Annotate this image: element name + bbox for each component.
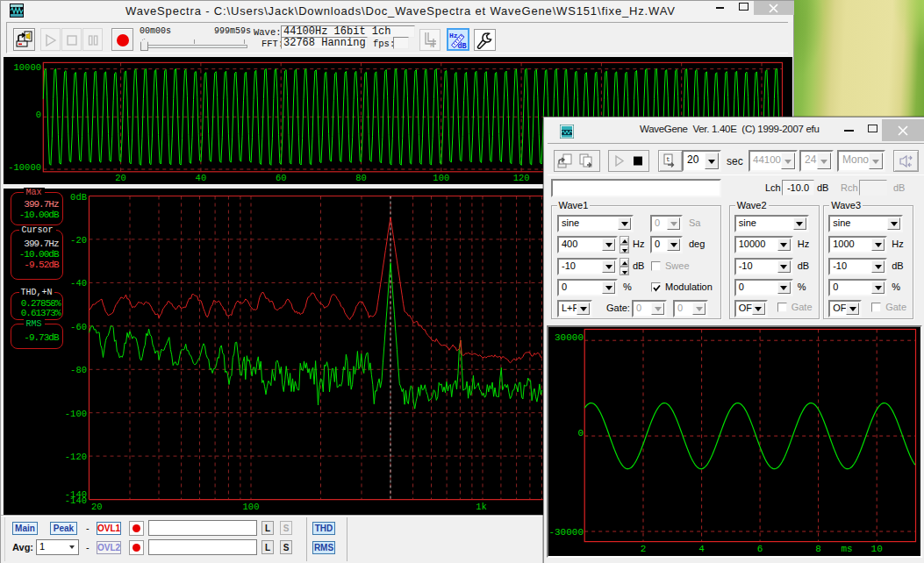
svg-text:80: 80 [355,173,367,183]
svg-text:R: R [430,41,434,49]
svg-text:100: 100 [243,502,260,512]
svg-text:4: 4 [698,544,705,554]
svg-text:0: 0 [577,428,584,438]
svg-text:-60: -60 [70,322,87,332]
svg-text:t: t [666,155,670,163]
svg-text:-20: -20 [70,235,87,246]
svg-text:10000: 10000 [13,62,41,73]
svg-text:30000: 30000 [555,332,584,343]
svg-text:-10000: -10000 [8,162,41,173]
svg-text:1k: 1k [476,502,487,512]
svg-text:Hz: Hz [449,32,458,39]
svg-text:ms: ms [841,544,852,554]
svg-text:-30000: -30000 [548,527,584,538]
svg-text:20: 20 [115,173,126,183]
svg-text:-100: -100 [65,409,87,419]
svg-text:0: 0 [36,110,41,120]
svg-text:2: 2 [641,544,647,554]
svg-text:10: 10 [871,544,883,554]
svg-text:-140: -140 [65,489,87,500]
svg-text:0dB: 0dB [70,192,87,203]
svg-text:100: 100 [433,173,449,183]
svg-text:6: 6 [757,544,763,554]
svg-text:-80: -80 [70,365,87,375]
svg-text:8: 8 [815,544,821,554]
svg-text:60: 60 [276,173,287,183]
svg-text:-40: -40 [70,278,87,289]
svg-text:120: 120 [513,173,530,183]
svg-text:20: 20 [91,502,103,512]
svg-text:-120: -120 [65,452,87,462]
svg-text:dB: dB [458,42,467,49]
svg-text:40: 40 [196,173,207,183]
